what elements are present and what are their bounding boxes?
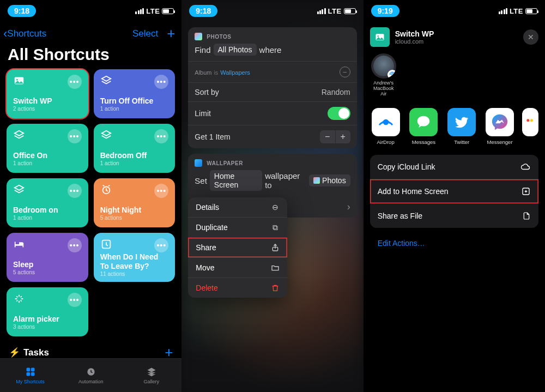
svg-point-12: [391, 74, 393, 76]
status-time: 9:18: [8, 5, 36, 17]
tab-bar: My Shortcuts Automation Gallery: [0, 358, 181, 392]
card-night-night[interactable]: ••• Night Night5 actions: [94, 178, 175, 227]
page-title: All Shortcuts: [0, 44, 181, 69]
sparkle-icon: [13, 293, 25, 305]
param-home-screen[interactable]: Home Screen: [210, 170, 262, 191]
layers-icon: [13, 184, 25, 196]
menu-delete[interactable]: Delete: [188, 278, 287, 298]
action-add-to-home-screen[interactable]: Add to Home Screen: [370, 179, 538, 203]
more-icon[interactable]: •••: [154, 129, 168, 143]
card-turn-off-office[interactable]: ••• Turn Off Office1 action: [94, 69, 175, 118]
more-app-icon: [525, 114, 536, 130]
more-icon[interactable]: •••: [68, 129, 82, 143]
alarm-icon: [100, 184, 112, 196]
card-sleep[interactable]: ••• Sleep5 actions: [7, 233, 88, 282]
more-icon[interactable]: •••: [154, 238, 168, 252]
add-square-icon: [521, 186, 531, 196]
airdrop-icon: [377, 113, 395, 131]
shortcut-grid: ••• Switch WP2 actions ••• Turn Off Offi…: [0, 69, 181, 336]
remove-filter-icon[interactable]: –: [340, 67, 350, 77]
limit-toggle[interactable]: [328, 107, 350, 120]
more-icon[interactable]: •••: [68, 293, 82, 307]
panel-all-shortcuts: 9:18 LTE ‹ Shortcuts Select + All Shortc…: [0, 0, 181, 392]
chevron-left-icon: ‹: [3, 27, 7, 41]
panel-share-sheet: 9:19 LTE Switch WP icloud.com ✕ Andrew's…: [364, 0, 545, 392]
signal-icon: [499, 8, 507, 14]
share-icon: [271, 243, 280, 252]
card-switch-wp[interactable]: ••• Switch WP2 actions: [7, 69, 88, 118]
twitter-icon: [454, 114, 469, 130]
more-icon[interactable]: •••: [68, 238, 82, 252]
chevron-right-icon: ›: [347, 201, 350, 213]
status-bar: 9:18 LTE: [181, 0, 363, 22]
count-stepper[interactable]: −+: [320, 130, 350, 143]
more-icon[interactable]: •••: [68, 184, 82, 198]
menu-details[interactable]: Details⊖: [188, 197, 287, 217]
back-button[interactable]: ‹ Shortcuts: [3, 27, 46, 41]
context-menu: Details⊖ Duplicate⧉ Share Move Delete: [188, 197, 287, 298]
param-photos[interactable]: Photos: [309, 174, 350, 186]
filter-all-photos[interactable]: All Photos: [214, 44, 257, 56]
app-twitter[interactable]: Twitter: [446, 108, 477, 145]
param-wallpapers[interactable]: Wallpapers: [220, 69, 250, 76]
layers-icon: [100, 75, 112, 87]
status-time: 9:18: [189, 5, 217, 17]
airdrop-targets: Andrew's MacBook Air: [364, 51, 545, 102]
share-apps-row: AirDrop Messages Twitter Messenger: [364, 102, 545, 153]
layers-icon: [13, 129, 25, 141]
shortcut-thumb: [370, 27, 390, 47]
svg-point-15: [530, 119, 533, 122]
card-bedroom-on[interactable]: ••• Bedroom on1 action: [7, 178, 88, 227]
svg-rect-7: [31, 372, 34, 376]
plus-icon[interactable]: +: [335, 130, 350, 143]
tab-gallery[interactable]: Gallery: [121, 359, 181, 392]
grid-icon: [24, 366, 37, 377]
menu-duplicate[interactable]: Duplicate⧉: [188, 217, 287, 237]
svg-point-14: [526, 119, 529, 122]
duplicate-icon: ⧉: [271, 223, 280, 232]
gallery-icon: [145, 366, 158, 377]
app-more[interactable]: [522, 108, 538, 145]
action-share-as-file[interactable]: Share as File: [370, 203, 538, 228]
tab-automation[interactable]: Automation: [60, 359, 121, 392]
more-icon[interactable]: •••: [154, 184, 168, 198]
card-office-on[interactable]: ••• Office On1 action: [7, 124, 88, 173]
close-button[interactable]: ✕: [523, 29, 538, 45]
carrier-label: LTE: [328, 7, 342, 15]
svg-point-1: [16, 79, 18, 81]
status-time: 9:19: [371, 5, 399, 17]
svg-rect-4: [26, 368, 30, 372]
battery-icon: [344, 8, 356, 14]
nav-bar: ‹ Shortcuts Select +: [0, 22, 181, 44]
bed-icon: [13, 238, 25, 250]
menu-share[interactable]: Share: [188, 237, 287, 257]
more-icon[interactable]: •••: [68, 75, 82, 89]
action-copy-icloud-link[interactable]: Copy iCloud Link: [370, 155, 538, 179]
signal-icon: [317, 8, 326, 14]
get-item-row: Get 1 Item −+: [188, 125, 356, 148]
card-alarm-picker[interactable]: ••• Alarm picker3 actions: [7, 287, 88, 336]
app-messenger[interactable]: Messenger: [484, 108, 516, 145]
panel-shortcut-detail: 9:18 LTE PHOTOS Find All Photos where Al…: [181, 0, 363, 392]
sort-by-row[interactable]: Sort by Random: [188, 82, 356, 101]
add-button[interactable]: +: [167, 25, 175, 42]
edit-actions-link[interactable]: Edit Actions…: [364, 230, 545, 256]
automation-icon: [84, 366, 98, 377]
more-icon[interactable]: •••: [154, 75, 168, 89]
minus-icon[interactable]: −: [320, 130, 335, 143]
battery-icon: [162, 8, 174, 14]
photos-app-icon: [195, 33, 202, 40]
limit-row: Limit: [188, 101, 356, 125]
card-when-leave[interactable]: ••• When Do I Need To Leave By?11 action…: [94, 233, 175, 282]
menu-move[interactable]: Move: [188, 257, 287, 278]
layers-icon: [100, 129, 112, 141]
card-bedroom-off[interactable]: ••• Bedroom Off1 action: [94, 124, 175, 173]
tab-my-shortcuts[interactable]: My Shortcuts: [0, 359, 60, 392]
target-andrews-macbook[interactable]: Andrew's MacBook Air: [370, 53, 397, 97]
select-button[interactable]: Select: [132, 28, 158, 39]
action-box-photos: PHOTOS Find All Photos where Album is Wa…: [188, 27, 356, 148]
app-airdrop[interactable]: AirDrop: [370, 108, 402, 145]
app-messages[interactable]: Messages: [408, 108, 439, 145]
share-actions-list: Copy iCloud Link Add to Home Screen Shar…: [370, 155, 538, 228]
trash-icon: [271, 284, 280, 292]
